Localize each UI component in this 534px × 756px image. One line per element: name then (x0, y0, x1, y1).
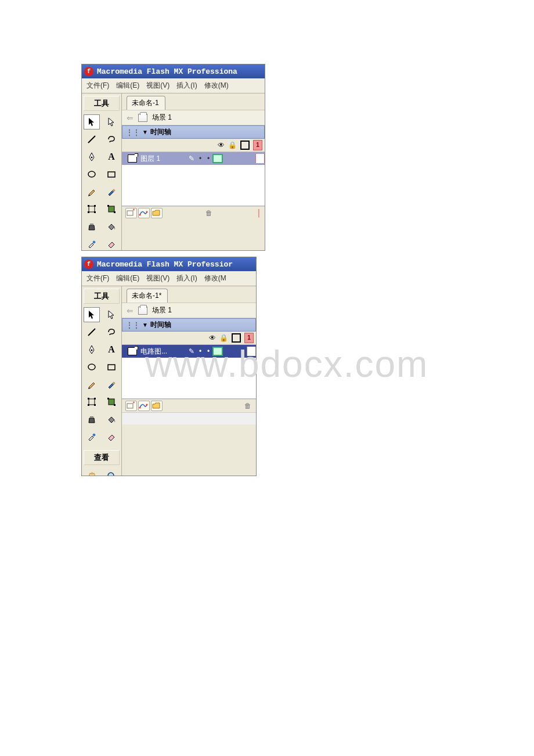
svg-rect-32 (92, 433, 96, 437)
add-motion-guide-button[interactable] (138, 401, 150, 411)
outline-toggle-icon[interactable] (240, 141, 250, 150)
lock-dot[interactable]: • (204, 154, 212, 163)
timeline-header[interactable]: ⋮⋮ ▼ 时间轴 (122, 125, 265, 139)
eye-icon[interactable]: 👁 (209, 334, 216, 342)
menu-modify[interactable]: 修改(M) (203, 80, 230, 92)
ink-bottle-tool[interactable] (84, 412, 100, 427)
menu-view[interactable]: 视图(V) (145, 80, 171, 92)
layer-name[interactable]: 图层 1 (140, 154, 187, 164)
svg-rect-15 (127, 211, 133, 215)
paint-bucket-tool[interactable] (103, 219, 120, 234)
rectangle-tool[interactable] (103, 167, 120, 182)
ink-bottle-tool[interactable] (84, 219, 100, 234)
menu-edit[interactable]: 编辑(E) (115, 80, 140, 92)
svg-rect-12 (114, 211, 116, 213)
menu-modify[interactable]: 修改(M (203, 272, 228, 285)
scene-name[interactable]: 场景 1 (152, 305, 172, 315)
subselection-tool[interactable] (103, 114, 120, 129)
pencil-tool[interactable] (84, 184, 100, 199)
add-motion-guide-button[interactable] (138, 208, 150, 218)
pencil-active-icon: ✎ (187, 347, 196, 355)
oval-tool[interactable] (84, 359, 100, 375)
pen-tool[interactable] (84, 149, 100, 164)
brush-tool[interactable] (103, 184, 120, 199)
timeline-footer: 🗑 (122, 399, 256, 412)
timeline-label: 时间轴 (150, 320, 171, 330)
title-bar: f Macromedia Flash MX Professior (82, 257, 256, 271)
lock-icon[interactable]: 🔒 (219, 334, 228, 342)
lasso-tool[interactable] (103, 325, 120, 340)
free-transform-tool[interactable] (84, 394, 100, 409)
tools-panel: 工具 A (82, 286, 122, 476)
zoom-tool[interactable] (103, 469, 120, 476)
delete-layer-button[interactable]: 🗑 (205, 209, 214, 217)
frame-number-1[interactable]: 1 (244, 333, 254, 343)
eyedropper-tool[interactable] (84, 429, 100, 444)
eraser-tool[interactable] (103, 236, 120, 251)
eraser-tool[interactable] (103, 429, 120, 444)
fill-transform-tool[interactable] (103, 201, 120, 217)
lasso-tool[interactable] (103, 132, 120, 147)
lock-icon[interactable]: 🔒 (228, 141, 237, 149)
fill-transform-tool[interactable] (103, 394, 120, 409)
add-folder-button[interactable] (151, 208, 163, 218)
collapse-triangle-icon[interactable]: ▼ (142, 322, 148, 328)
add-layer-button[interactable] (125, 208, 137, 218)
outline-color-box[interactable] (212, 347, 223, 356)
menu-file[interactable]: 文件(F) (85, 272, 110, 285)
hand-tool[interactable] (84, 469, 100, 476)
app-title: Macromedia Flash MX Professiona (97, 67, 237, 76)
svg-line-0 (88, 136, 95, 143)
scene-name[interactable]: 场景 1 (152, 113, 172, 123)
menu-insert[interactable]: 插入(I) (175, 272, 198, 285)
document-tab[interactable]: 未命名-1* (127, 289, 168, 303)
lock-dot[interactable]: • (204, 347, 212, 355)
svg-rect-7 (94, 205, 96, 207)
svg-rect-25 (94, 398, 96, 399)
rectangle-tool[interactable] (103, 359, 120, 375)
outline-toggle-icon[interactable] (232, 333, 241, 343)
subselection-tool[interactable] (103, 307, 120, 322)
line-tool[interactable] (84, 132, 100, 147)
menu-file[interactable]: 文件(F) (85, 80, 110, 92)
pencil-tool[interactable] (84, 377, 100, 392)
pen-tool[interactable] (84, 342, 100, 357)
brush-tool[interactable] (103, 377, 120, 392)
line-tool[interactable] (84, 325, 100, 340)
eyedropper-tool[interactable] (84, 236, 100, 251)
selection-tool[interactable] (84, 307, 100, 322)
outline-color-box[interactable] (212, 154, 223, 163)
free-transform-tool[interactable] (84, 201, 100, 217)
keyframe-cell[interactable] (247, 347, 256, 356)
layer-row[interactable]: 图层 1 ✎ • • (122, 152, 265, 165)
back-arrow-icon[interactable]: ⇐ (127, 306, 134, 315)
add-folder-button[interactable] (151, 401, 163, 411)
scene-bar: ⇐ 场景 1 (122, 110, 265, 125)
layer-row[interactable]: 电路图... ✎ • • (122, 345, 256, 358)
keyframe-cell[interactable] (255, 154, 265, 163)
layer-name[interactable]: 电路图... (140, 347, 187, 357)
menu-bar: 文件(F) 编辑(E) 视图(V) 插入(I) 修改(M) (82, 78, 265, 93)
frame-number-1[interactable]: 1 (253, 140, 262, 150)
eye-icon[interactable]: 👁 (218, 141, 225, 149)
collapse-triangle-icon[interactable]: ▼ (142, 129, 148, 135)
selection-tool[interactable] (84, 114, 100, 129)
back-arrow-icon[interactable]: ⇐ (127, 113, 134, 123)
app-window-2: f Macromedia Flash MX Professior 文件(F) 编… (81, 257, 257, 476)
visibility-dot[interactable]: • (196, 347, 204, 355)
menu-insert[interactable]: 插入(I) (175, 80, 198, 92)
add-layer-button[interactable] (125, 401, 137, 411)
delete-layer-button[interactable]: 🗑 (244, 402, 252, 410)
text-tool[interactable]: A (103, 342, 120, 357)
menu-view[interactable]: 视图(V) (145, 272, 171, 285)
paint-bucket-tool[interactable] (103, 412, 120, 427)
text-tool[interactable]: A (103, 149, 120, 164)
tools-grid: A (81, 113, 122, 251)
timeline-header[interactable]: ⋮⋮ ▼ 时间轴 (122, 318, 256, 332)
oval-tool[interactable] (84, 167, 100, 182)
visibility-dot[interactable]: • (196, 154, 204, 163)
document-tab[interactable]: 未命名-1 (127, 96, 165, 110)
menu-edit[interactable]: 编辑(E) (115, 272, 140, 285)
app-window-1: f Macromedia Flash MX Professiona 文件(F) … (81, 64, 265, 251)
document-area: 未命名-1 ⇐ 场景 1 ⋮⋮ ▼ 时间轴 👁 🔒 1 (122, 93, 265, 219)
